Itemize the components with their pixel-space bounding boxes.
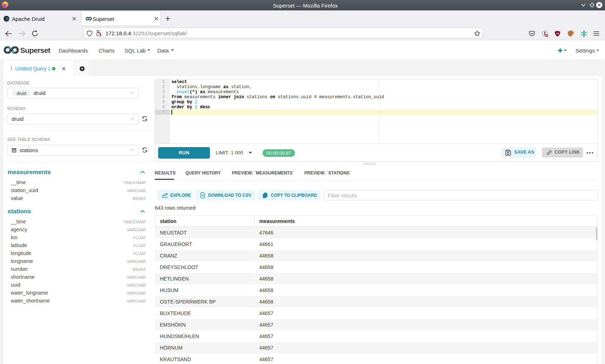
svg-text:uO: uO	[556, 32, 559, 35]
